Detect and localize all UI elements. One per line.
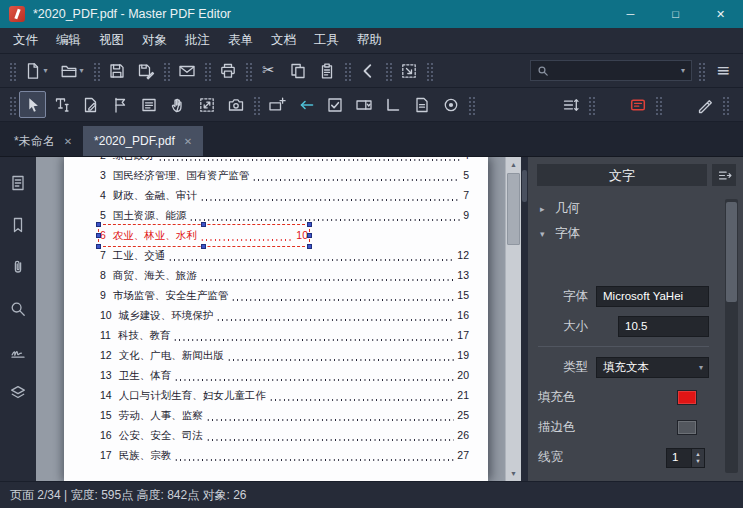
selection-handle[interactable] [307, 222, 312, 227]
stroke-color-swatch[interactable] [677, 420, 697, 435]
menu-item-edit[interactable]: 编辑 [47, 29, 90, 52]
menu-item-file[interactable]: 文件 [4, 29, 47, 52]
layers-button[interactable] [5, 380, 31, 406]
selection-handle[interactable] [96, 222, 101, 227]
tab-close-icon[interactable]: ✕ [64, 136, 72, 147]
selection-handle[interactable] [96, 244, 101, 249]
copy-button[interactable] [284, 57, 311, 84]
scroll-up-icon[interactable]: ▲ [506, 157, 521, 172]
spin-down-icon[interactable]: ▼ [695, 458, 700, 464]
toc-row[interactable]: 5国土资源、能源9 [100, 205, 469, 225]
menu-item-tools[interactable]: 工具 [305, 29, 348, 52]
font-family-input[interactable]: Microsoft YaHei [596, 286, 709, 307]
stepper-arrows[interactable]: ▲ ▼ [692, 448, 705, 468]
fill-color-swatch[interactable] [677, 390, 697, 405]
text-field-button[interactable] [263, 91, 290, 118]
search-dropdown-icon[interactable]: ▾ [681, 66, 685, 75]
toc-row[interactable]: 11科技、教育17 [100, 325, 469, 345]
listbox-field-button[interactable] [408, 91, 435, 118]
selection-handle[interactable] [96, 233, 101, 238]
save-as-button[interactable] [132, 57, 159, 84]
select-arrow-button[interactable] [19, 91, 46, 118]
overflow-menu-button[interactable]: ≡ [708, 57, 738, 84]
selection-handle[interactable] [307, 244, 312, 249]
hand-button[interactable] [164, 91, 191, 118]
checkbox-field-button[interactable] [321, 91, 348, 118]
type-select[interactable]: 填充文本 ▾ [596, 357, 709, 378]
line-tool-button[interactable] [379, 91, 406, 118]
toc-row[interactable]: 17民族、宗教27 [100, 445, 469, 465]
menu-item-comment[interactable]: 批注 [176, 29, 219, 52]
toc-row[interactable]: 13卫生、体育20 [100, 365, 469, 385]
selection-handle[interactable] [201, 244, 206, 249]
spin-up-icon[interactable]: ▲ [695, 451, 700, 457]
toc-row[interactable]: 2综合政务4 [100, 157, 469, 165]
toc-row[interactable]: 16公安、安全、司法26 [100, 425, 469, 445]
minimize-button[interactable]: ─ [608, 0, 653, 28]
viewer-scrollbar[interactable]: ▲ ▼ [505, 157, 521, 481]
toc-row[interactable]: 4财政、金融、审计7 [100, 185, 469, 205]
snapshot-camera-button[interactable] [222, 91, 249, 118]
toc-row[interactable]: 10城乡建设、环境保护16 [100, 305, 469, 325]
panel-scrollbar-thumb[interactable] [726, 202, 737, 302]
email-button[interactable] [173, 57, 200, 84]
back-button[interactable] [354, 57, 381, 84]
edit-text-button[interactable] [48, 91, 75, 118]
save-button[interactable] [103, 57, 130, 84]
open-folder-button[interactable]: ▾ [55, 57, 89, 84]
close-button[interactable]: ✕ [698, 0, 743, 28]
toc-row[interactable]: 12文化、广电、新闻出版19 [100, 345, 469, 365]
radio-button-button[interactable] [437, 91, 464, 118]
panel-scrollbar[interactable] [725, 199, 738, 473]
menu-item-object[interactable]: 对象 [133, 29, 176, 52]
maximize-button[interactable]: □ [653, 0, 698, 28]
pen-tool-button[interactable] [691, 91, 718, 118]
search-box[interactable]: ▾ [530, 60, 692, 81]
highlight-frame-button[interactable] [624, 91, 651, 118]
cut-button[interactable]: ✂ [255, 57, 282, 84]
toc-row[interactable]: 6农业、林业、水利10 [100, 225, 469, 245]
scroll-down-icon[interactable]: ▼ [506, 466, 521, 481]
line-width-stepper[interactable]: 1 ▲ ▼ [666, 448, 705, 468]
snapshot-button[interactable] [395, 57, 422, 84]
search-button[interactable] [5, 296, 31, 322]
toc-row[interactable]: 3国民经济管理、国有资产监管5 [100, 165, 469, 185]
tab-close-icon[interactable]: ✕ [184, 136, 192, 147]
menu-item-document[interactable]: 文档 [262, 29, 305, 52]
combobox-field-button[interactable] [350, 91, 377, 118]
bookmarks-button[interactable] [5, 212, 31, 238]
tab-untitled[interactable]: *未命名 ✕ [3, 126, 83, 156]
signature-button[interactable] [5, 338, 31, 364]
menu-item-view[interactable]: 视图 [90, 29, 133, 52]
section-geometry[interactable]: ▸ 几何 [540, 200, 709, 217]
thumbnails-button[interactable] [5, 170, 31, 196]
toc-row[interactable]: 15劳动、人事、监察25 [100, 405, 469, 425]
tab-2020-pdf[interactable]: *2020_PDF.pdf ✕ [83, 126, 203, 156]
selection-handle[interactable] [201, 222, 206, 227]
form-fields-button[interactable] [135, 91, 162, 118]
toc-row[interactable]: 9市场监管、安全生产监管15 [100, 285, 469, 305]
attachments-button[interactable] [5, 254, 31, 280]
print-button[interactable] [214, 57, 241, 84]
search-input[interactable] [553, 64, 676, 78]
toc-row[interactable]: 14人口与计划生育、妇女儿童工作21 [100, 385, 469, 405]
crop-button[interactable] [193, 91, 220, 118]
panel-toggle-button[interactable] [712, 164, 736, 186]
selected-text-object[interactable]: 6农业、林业、水利10 [100, 226, 308, 245]
paste-button[interactable] [313, 57, 340, 84]
viewer-scrollbar-thumb[interactable] [507, 173, 520, 245]
section-font[interactable]: ▾ 字体 [540, 225, 709, 242]
splitter-handle[interactable] [522, 170, 527, 202]
toc-row[interactable]: 7工业、交通12 [100, 245, 469, 265]
reset-forms-button[interactable] [292, 91, 319, 118]
select-flag-button[interactable] [106, 91, 133, 118]
font-size-input[interactable]: 10.5 [618, 316, 709, 337]
selection-handle[interactable] [307, 233, 312, 238]
align-objects-button[interactable] [557, 91, 584, 118]
edit-object-button[interactable] [77, 91, 104, 118]
new-document-button[interactable]: ▾ [19, 57, 53, 84]
menu-item-form[interactable]: 表单 [219, 29, 262, 52]
menu-item-help[interactable]: 帮助 [348, 29, 391, 52]
toc-row[interactable]: 8商贸、海关、旅游13 [100, 265, 469, 285]
panel-splitter[interactable] [521, 157, 528, 481]
